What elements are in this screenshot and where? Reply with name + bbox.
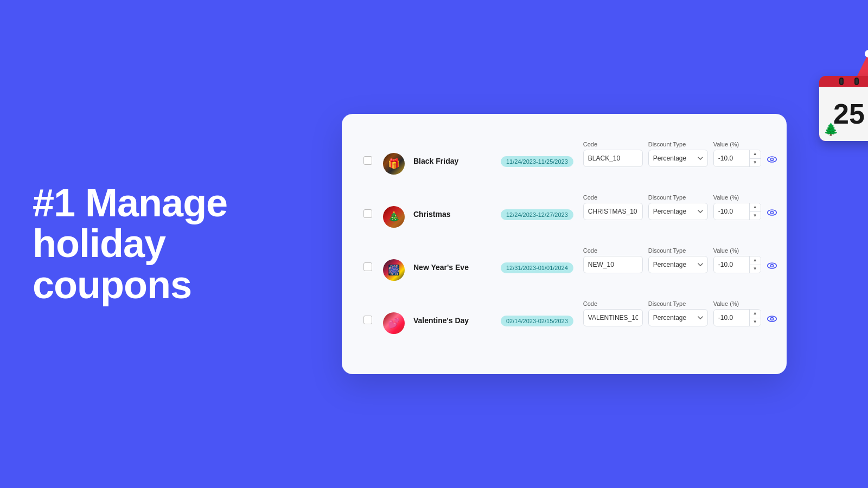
value-label-christmas: Value (%) [713, 194, 761, 201]
date-badge-christmas: 12/24/2023-12/27/2023 [501, 209, 573, 220]
value-input-group-new-years-eve: ▲ ▼ [713, 256, 761, 273]
discount-type-select-new-years-eve[interactable]: Percentage Fixed Amount [648, 256, 708, 273]
checkbox-black-friday[interactable] [363, 156, 372, 165]
value-label-valentines-day: Value (%) [713, 300, 761, 307]
stepper-down-valentines-day[interactable]: ▼ [750, 318, 761, 326]
discount-type-label-new-years-eve: Discount Type [648, 247, 708, 254]
code-input-christmas[interactable] [583, 203, 643, 220]
fields-group-new-years-eve: Code Discount Type Percentage Fixed Amou… [583, 247, 761, 273]
stepper-new-years-eve: ▲ ▼ [749, 256, 761, 273]
fields-group-valentines-day: Code Discount Type Percentage Fixed Amou… [583, 300, 761, 326]
fields-group-christmas: Code Discount Type Percentage Fixed Amou… [583, 194, 761, 220]
stepper-valentines-day: ▲ ▼ [749, 310, 761, 326]
checkbox-valentines-day[interactable] [363, 316, 372, 324]
value-wrap-black-friday: Value (%) ▲ ▼ [713, 141, 761, 167]
stepper-up-christmas[interactable]: ▲ [750, 203, 761, 212]
view-button-black-friday[interactable] [764, 152, 780, 167]
svg-point-2 [767, 210, 776, 215]
avatar-christmas: 🎄 [383, 206, 405, 228]
value-input-christmas[interactable] [714, 203, 749, 220]
svg-point-0 [767, 157, 776, 162]
avatar-valentines-day: 💕 [383, 312, 405, 334]
discount-type-select-black-friday[interactable]: Percentage Fixed Amount [648, 150, 708, 167]
left-panel: #1 Manage holiday coupons [0, 150, 271, 338]
discount-type-wrap-new-years-eve: Discount Type Percentage Fixed Amount [648, 247, 708, 273]
stepper-down-christmas[interactable]: ▼ [750, 212, 761, 220]
discount-type-select-valentines-day[interactable]: Percentage Fixed Amount [648, 309, 708, 326]
coupon-row-black-friday: 🎁 Black Friday 11/24/2023-11/25/2023 Cod… [363, 141, 765, 184]
eye-icon-black-friday [767, 154, 777, 165]
coupons-card: 🎁 Black Friday 11/24/2023-11/25/2023 Cod… [342, 114, 787, 374]
code-label-black-friday: Code [583, 141, 643, 147]
date-badge-black-friday: 11/24/2023-11/25/2023 [501, 156, 573, 167]
code-field-wrap-black-friday: Code [583, 141, 643, 167]
coupon-name-area-new-years-eve: New Year's Eve [413, 247, 492, 272]
svg-point-7 [770, 318, 773, 320]
value-input-group-black-friday: ▲ ▼ [713, 150, 761, 167]
code-field-wrap-new-years-eve: Code [583, 247, 643, 273]
headline: #1 Manage holiday coupons [33, 183, 239, 306]
checkbox-wrap-valentines-day [363, 300, 376, 324]
svg-point-5 [770, 265, 773, 267]
discount-type-select-christmas[interactable]: Percentage Fixed Amount [648, 203, 708, 220]
value-input-group-christmas: ▲ ▼ [713, 203, 761, 220]
value-input-new-years-eve[interactable] [714, 256, 749, 273]
avatar-black-friday: 🎁 [383, 153, 405, 175]
checkbox-wrap-black-friday [363, 141, 376, 165]
coupon-name-area-valentines-day: Valentine's Day [413, 300, 492, 325]
right-panel: 25 🌲 🎁 Black Friday 11/24/2023-11/25/202… [271, 92, 868, 396]
code-label-valentines-day: Code [583, 300, 643, 307]
value-input-valentines-day[interactable] [714, 310, 749, 326]
svg-point-4 [767, 263, 776, 268]
coupon-row-valentines-day: 💕 Valentine's Day 02/14/2023-02/15/2023 … [363, 300, 765, 334]
coupon-name-valentines-day: Valentine's Day [413, 316, 469, 325]
checkbox-christmas[interactable] [363, 209, 372, 218]
calendar-ring-left [839, 78, 844, 85]
avatar-emoji-new-years-eve: 🎆 [383, 259, 405, 281]
calendar-decoration: 25 🌲 [819, 76, 868, 141]
avatar-new-years-eve: 🎆 [383, 259, 405, 281]
checkbox-wrap-new-years-eve [363, 247, 376, 271]
code-input-black-friday[interactable] [583, 150, 643, 167]
stepper-down-new-years-eve[interactable]: ▼ [750, 265, 761, 273]
checkbox-wrap-christmas [363, 194, 376, 218]
discount-type-wrap-black-friday: Discount Type Percentage Fixed Amount [648, 141, 708, 167]
checkbox-new-years-eve[interactable] [363, 262, 372, 271]
svg-point-3 [770, 211, 773, 214]
avatar-emoji-black-friday: 🎁 [383, 153, 405, 175]
stepper-black-friday: ▲ ▼ [749, 150, 761, 166]
value-input-group-valentines-day: ▲ ▼ [713, 309, 761, 326]
calendar-ring-right [854, 78, 859, 85]
coupon-name-new-years-eve: New Year's Eve [413, 263, 469, 272]
svg-point-1 [770, 158, 773, 161]
eye-icon-christmas [767, 207, 777, 218]
stepper-down-black-friday[interactable]: ▼ [750, 159, 761, 167]
code-input-new-years-eve[interactable] [583, 256, 643, 273]
view-button-christmas[interactable] [764, 205, 780, 220]
date-badge-valentines-day: 02/14/2023-02/15/2023 [501, 316, 573, 326]
code-label-new-years-eve: Code [583, 247, 643, 254]
calendar-top [819, 76, 868, 87]
value-input-black-friday[interactable] [714, 150, 749, 166]
discount-type-label-christmas: Discount Type [648, 194, 708, 201]
tree-icon: 🌲 [824, 123, 838, 137]
eye-icon-valentines-day [767, 313, 777, 324]
view-button-new-years-eve[interactable] [764, 258, 780, 273]
code-input-valentines-day[interactable] [583, 309, 643, 326]
discount-type-wrap-valentines-day: Discount Type Percentage Fixed Amount [648, 300, 708, 326]
coupon-name-area-black-friday: Black Friday [413, 141, 492, 166]
stepper-up-valentines-day[interactable]: ▲ [750, 310, 761, 318]
code-label-christmas: Code [583, 194, 643, 201]
code-field-wrap-valentines-day: Code [583, 300, 643, 326]
fields-group-black-friday: Code Discount Type Percentage Fixed Amou… [583, 141, 761, 167]
avatar-emoji-valentines-day: 💕 [383, 312, 405, 334]
coupon-name-christmas: Christmas [413, 210, 450, 219]
value-label-new-years-eve: Value (%) [713, 247, 761, 254]
stepper-up-black-friday[interactable]: ▲ [750, 150, 761, 159]
value-wrap-new-years-eve: Value (%) ▲ ▼ [713, 247, 761, 273]
value-wrap-christmas: Value (%) ▲ ▼ [713, 194, 761, 220]
discount-type-label-black-friday: Discount Type [648, 141, 708, 147]
value-label-black-friday: Value (%) [713, 141, 761, 147]
stepper-up-new-years-eve[interactable]: ▲ [750, 256, 761, 265]
view-button-valentines-day[interactable] [764, 311, 780, 326]
